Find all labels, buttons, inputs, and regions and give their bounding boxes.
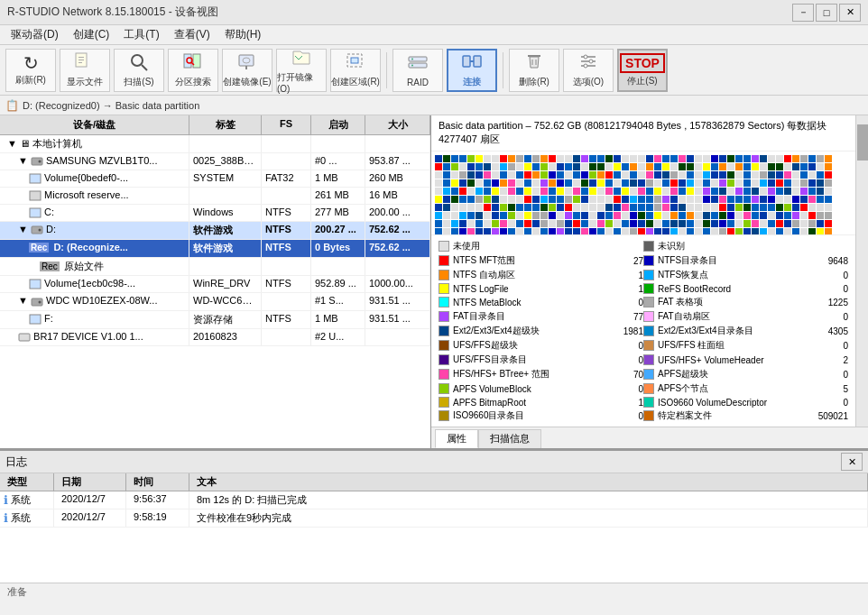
breadcrumb-bar: 📋 D: (Recognized0) → Basic data partitio… <box>0 96 868 115</box>
log-col-type: 类型 <box>0 473 54 491</box>
right-scrollbar[interactable] <box>855 115 868 427</box>
rec-badge: Rec <box>40 262 60 271</box>
open-image-button[interactable]: 打开镜像(O) <box>276 49 327 92</box>
hdd-icon <box>31 296 43 308</box>
legend-item: NTFS MetaBlock0 <box>439 295 643 309</box>
device-size: 260 MB <box>365 170 430 187</box>
device-size: 752.62 ... <box>365 240 430 257</box>
tree-row-active[interactable]: Rec D: (Recognize... 软件游戏 NTFS 0 Bytes 7… <box>0 240 430 258</box>
menu-item[interactable]: 创建(C) <box>66 25 117 44</box>
legend-item: HFS/HFS+ BTree+ 范围70 <box>439 367 643 381</box>
menu-item[interactable]: 查看(V) <box>167 25 217 44</box>
legend-item: NTFS MFT范围27 <box>439 253 643 268</box>
tree-row[interactable]: BR17 DEVICE V1.00 1... 20160823 #2 U... <box>0 329 430 346</box>
tab-scan-info[interactable]: 扫描信息 <box>478 429 541 448</box>
delete-label: 删除(R) <box>519 76 549 88</box>
show-files-button[interactable]: 显示文件 <box>60 49 110 92</box>
menu-item[interactable]: 工具(T) <box>116 25 166 44</box>
open-image-icon <box>291 47 312 69</box>
menu-item[interactable]: 帮助(H) <box>217 25 269 44</box>
stop-icon: STOP <box>620 53 665 73</box>
panel-tabs: 属性 扫描信息 <box>431 427 868 448</box>
device-size <box>365 135 430 152</box>
device-boot <box>311 258 365 275</box>
device-boot <box>311 135 365 152</box>
tree-row[interactable]: ▼ 🖥 本地计算机 <box>0 135 430 153</box>
delete-button[interactable]: 删除(R) <box>509 49 559 92</box>
device-name: ▼ D: <box>0 222 189 239</box>
log-close-button[interactable]: ✕ <box>841 453 863 471</box>
scrollbar-thumb[interactable] <box>857 124 868 161</box>
open-image-label: 打开镜像(O) <box>277 71 326 94</box>
tree-row[interactable]: ▼ SAMSUNG MZVLB1T0... 0025_388B_9... #0 … <box>0 153 430 170</box>
device-fs: NTFS <box>262 311 311 328</box>
legend-label: APFS超级块 <box>658 368 817 381</box>
device-fs <box>262 153 311 170</box>
tab-properties[interactable]: 属性 <box>435 429 478 448</box>
svg-point-26 <box>584 55 587 59</box>
legend-color-swatch <box>643 354 654 365</box>
maximize-button[interactable]: □ <box>816 4 837 22</box>
legend-count: 0 <box>821 370 848 380</box>
legend-count: 27 <box>616 256 643 266</box>
menu-item[interactable]: 驱动器(D) <box>4 25 66 44</box>
tree-row[interactable]: Volume{0bedef0-... SYSTEM FAT32 1 MB 260… <box>0 170 430 188</box>
legend-color-swatch <box>643 369 654 380</box>
col-fs: FS <box>262 115 311 134</box>
device-size: 931.51 ... <box>365 293 430 309</box>
create-region-button[interactable]: 创建区域(R) <box>330 49 381 92</box>
tree-row[interactable]: Rec 原始文件 <box>0 258 430 276</box>
log-text: 8m 12s 的 D: 扫描已完成 <box>189 491 868 509</box>
legend-label: FAT目录条目 <box>453 310 613 323</box>
stop-button[interactable]: STOP 停止(S) <box>617 49 668 92</box>
svg-rect-42 <box>19 334 30 341</box>
tree-row[interactable]: ▼ D: 软件游戏 NTFS 200.27 ... 752.62 ... <box>0 222 430 240</box>
scan-label: 扫描(S) <box>124 76 153 88</box>
svg-rect-38 <box>30 280 41 289</box>
device-label: Windows <box>189 205 262 221</box>
log-row: ℹ 系统 2020/12/7 9:56:37 8m 12s 的 D: 扫描已完成 <box>0 491 868 509</box>
legend-count: 0 <box>616 355 643 365</box>
options-icon <box>577 51 599 74</box>
close-button[interactable]: ✕ <box>839 4 861 22</box>
tree-row[interactable]: Microsoft reserve... 261 MB 16 MB <box>0 188 430 205</box>
device-name: C: <box>0 205 189 221</box>
legend-item: ISO9660目录条目0 <box>439 408 643 423</box>
toolbar-separator-2 <box>503 52 503 88</box>
legend-color-swatch <box>439 410 449 421</box>
tree-row[interactable]: ▼ WDC WD10EZEX-08W... WD-WCC6Y6... #1 S.… <box>0 293 430 310</box>
tree-row[interactable]: Volume{1ecb0c98-... WinRE_DRV NTFS 952.8… <box>0 276 430 293</box>
right-panel: Basic data partition – 752.62 GB (808121… <box>431 115 868 448</box>
partition-search-button[interactable]: 分区搜索 <box>168 49 218 92</box>
svg-rect-10 <box>239 55 254 66</box>
toolbar-separator-1 <box>386 52 387 88</box>
legend-label: APFS VolumeBlock <box>453 384 613 394</box>
device-name: Rec 原始文件 <box>0 258 189 275</box>
main-area: 设备/磁盘 标签 FS 启动 大小 ▼ 🖥 本地计算机 ▼ SAMSUNG MZ… <box>0 115 868 449</box>
tree-row[interactable]: C: Windows NTFS 277 MB 200.00 ... <box>0 205 430 222</box>
device-name: ▼ WDC WD10EZEX-08W... <box>0 293 189 309</box>
legend-color-swatch <box>439 383 449 394</box>
raid-button[interactable]: RAID <box>392 49 443 92</box>
refresh-button[interactable]: ↻ 刷新(R) <box>5 49 56 92</box>
device-boot: 1 MB <box>311 170 365 187</box>
minimize-button[interactable]: － <box>792 4 814 22</box>
legend-color-swatch <box>643 283 654 294</box>
device-tree-panel: 设备/磁盘 标签 FS 启动 大小 ▼ 🖥 本地计算机 ▼ SAMSUNG MZ… <box>0 115 431 448</box>
tree-row[interactable]: F: 资源存储 NTFS 1 MB 931.51 ... <box>0 311 430 329</box>
partition-search-icon <box>182 51 204 74</box>
connect-button[interactable]: 连接 <box>447 49 497 92</box>
scan-button[interactable]: 扫描(S) <box>114 49 164 92</box>
legend-color-swatch <box>643 397 654 408</box>
svg-rect-41 <box>30 315 41 324</box>
legend-item: APFS超级块0 <box>643 367 848 381</box>
menu-bar: 驱动器(D)创建(C)工具(T)查看(V)帮助(H) <box>0 25 868 45</box>
device-fs <box>262 135 311 152</box>
create-image-button[interactable]: 创建镜像(E) <box>222 49 272 92</box>
device-size: 953.87 ... <box>365 153 430 170</box>
device-size: 1000.00... <box>365 276 430 292</box>
options-button[interactable]: 选项(O) <box>563 49 614 92</box>
legend-item: UFS/HFS+ VolumeHeader2 <box>643 353 848 367</box>
partition-search-label: 分区搜索 <box>175 76 211 88</box>
legend-item: FAT目录条目77 <box>439 309 643 324</box>
